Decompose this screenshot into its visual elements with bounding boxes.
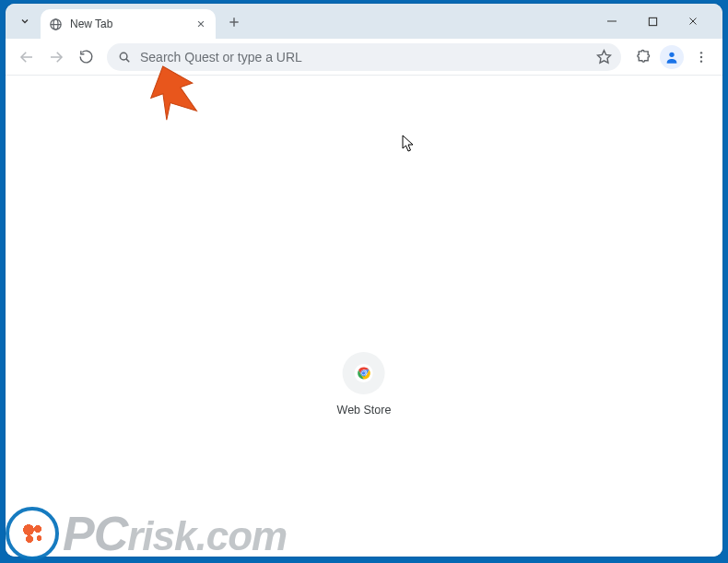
reload-button[interactable] [72, 43, 100, 71]
svg-point-13 [120, 53, 127, 60]
arrow-left-icon [18, 49, 35, 65]
tab-close-button[interactable] [194, 17, 208, 31]
kebab-menu-icon [694, 50, 709, 65]
svg-point-19 [700, 60, 702, 62]
back-button[interactable] [13, 43, 41, 71]
svg-point-16 [669, 52, 674, 56]
maximize-button[interactable] [632, 6, 673, 36]
svg-point-17 [700, 52, 702, 53]
toolbar [6, 39, 722, 76]
close-icon [687, 16, 699, 27]
menu-button[interactable] [687, 43, 715, 71]
tab-search-dropdown[interactable] [13, 9, 37, 33]
minimize-button[interactable] [592, 6, 632, 36]
window-controls [592, 4, 715, 39]
shortcut-tile [343, 352, 385, 394]
new-tab-button[interactable] [221, 9, 247, 35]
minimize-icon [606, 16, 617, 27]
svg-marker-15 [597, 51, 610, 63]
plus-icon [228, 16, 241, 29]
close-window-button[interactable] [673, 6, 713, 36]
star-icon [596, 49, 612, 65]
chevron-down-icon [19, 16, 30, 27]
globe-icon [48, 17, 63, 31]
bookmark-button[interactable] [596, 49, 612, 65]
tab-title: New Tab [70, 18, 186, 30]
close-icon [196, 19, 205, 29]
person-icon [664, 50, 679, 65]
svg-point-18 [700, 55, 702, 57]
svg-line-14 [126, 58, 129, 61]
url-input[interactable] [140, 50, 587, 65]
svg-point-23 [362, 371, 366, 375]
address-bar[interactable] [107, 43, 621, 71]
forward-button[interactable] [42, 43, 70, 71]
svg-rect-8 [649, 18, 656, 25]
maximize-icon [648, 17, 658, 27]
tab-new-tab[interactable]: New Tab [41, 9, 216, 39]
search-icon [118, 51, 131, 64]
watermark-logo-icon [6, 507, 59, 560]
shortcut-web-store[interactable]: Web Store [337, 352, 392, 416]
arrow-right-icon [48, 49, 65, 65]
watermark: PCrisk.com [6, 506, 287, 561]
watermark-text: PCrisk.com [63, 506, 287, 561]
shortcut-label: Web Store [337, 404, 392, 416]
browser-window: New Tab [6, 4, 722, 557]
reload-icon [78, 49, 94, 65]
page-content: Web Store [6, 76, 722, 557]
web-store-icon [354, 363, 374, 383]
extensions-button[interactable] [628, 43, 656, 71]
tab-strip: New Tab [6, 4, 722, 39]
profile-button[interactable] [660, 45, 684, 69]
puzzle-icon [635, 49, 651, 65]
